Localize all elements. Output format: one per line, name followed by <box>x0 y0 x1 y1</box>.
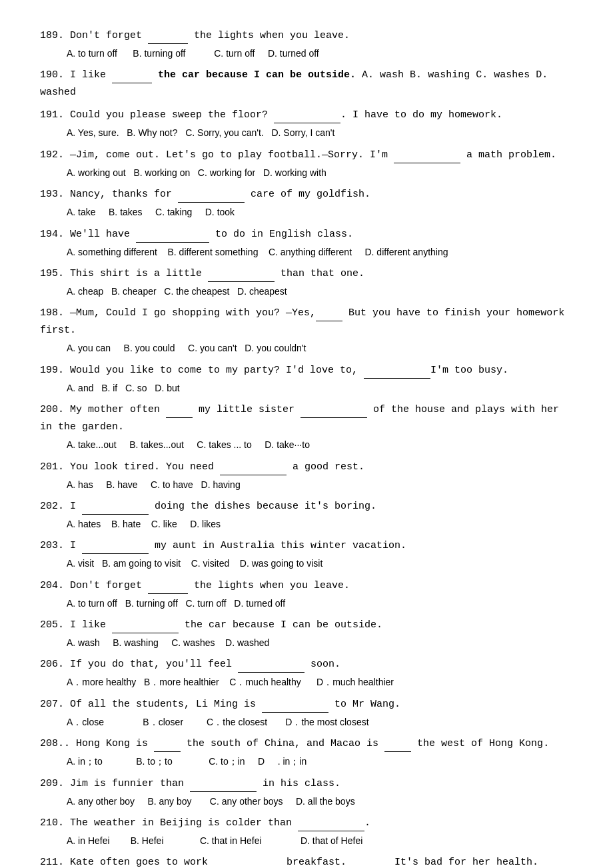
question-202-options: A. hates B. hate C. like D. likes <box>67 517 573 531</box>
exam-content: 189. Don't forget the lights when you le… <box>40 27 573 868</box>
question-211: 211. Kate often goes to work breakfast. … <box>40 853 573 868</box>
question-203: 203. I my aunt in Australia this winter … <box>40 537 573 571</box>
question-199-text: 199. Would you like to come to my party?… <box>40 361 573 379</box>
question-209-text: 209. Jim is funnier than in his class. <box>40 775 573 792</box>
question-205-options: A. wash B. washing C. washes D. washed <box>67 635 573 650</box>
question-194: 194. We'll have to do in English class. … <box>40 225 573 259</box>
question-189-text: 189. Don't forget the lights when you le… <box>40 27 573 44</box>
question-202: 202. I doing the dishes because it's bor… <box>40 497 573 531</box>
question-207: 207. Of all the students, Li Ming is to … <box>40 695 573 729</box>
question-204: 204. Don't forget the lights when you le… <box>40 577 573 611</box>
question-200-text: 200. My mother often my little sister of… <box>40 401 573 435</box>
question-199: 199. Would you like to come to my party?… <box>40 361 573 395</box>
question-192: 192. —Jim, come out. Let's go to play fo… <box>40 146 573 180</box>
question-193-options: A. take B. takes C. taking D. took <box>67 205 573 219</box>
question-200: 200. My mother often my little sister of… <box>40 401 573 452</box>
question-204-options: A. to turn off B. turning off C. turn of… <box>67 596 573 611</box>
question-206-text: 206. If you do that, you'll feel soon. <box>40 655 573 673</box>
question-193: 193. Nancy, thanks for care of my goldfi… <box>40 185 573 219</box>
question-192-text: 192. —Jim, come out. Let's go to play fo… <box>40 146 573 163</box>
question-205: 205. I like the car because I can be out… <box>40 616 573 650</box>
question-195: 195. This shirt is a little than that on… <box>40 265 573 299</box>
question-190: 190. I like the car because I can be out… <box>40 66 573 101</box>
question-203-options: A. visit B. am going to visit C. visited… <box>67 556 573 571</box>
question-210-options: A. in Hefei B. Hefei C. that in Hefei D.… <box>67 833 573 848</box>
question-205-text: 205. I like the car because I can be out… <box>40 616 573 633</box>
question-191-text: 191. Could you please sweep the floor? .… <box>40 106 573 123</box>
question-189-options: A. to turn off B. turning off C. turn of… <box>67 46 573 61</box>
question-201: 201. You look tired. You need a good res… <box>40 458 573 492</box>
question-210-text: 210. The weather in Beijing is colder th… <box>40 814 573 831</box>
question-203-text: 203. I my aunt in Australia this winter … <box>40 537 573 554</box>
question-207-options: A．close B．closer C．the closest D．the mos… <box>67 715 573 729</box>
question-209: 209. Jim is funnier than in his class. A… <box>40 775 573 809</box>
question-202-text: 202. I doing the dishes because it's bor… <box>40 497 573 515</box>
question-198-options: A. you can B. you could C. you can't D. … <box>67 341 573 355</box>
question-189: 189. Don't forget the lights when you le… <box>40 27 573 61</box>
question-200-options: A. take...out B. takes...out C. takes ..… <box>67 437 573 452</box>
question-206: 206. If you do that, you'll feel soon. A… <box>40 655 573 689</box>
question-198-text: 198. —Mum, Could I go shopping with you?… <box>40 304 573 339</box>
question-209-options: A. any other boy B. any boy C. any other… <box>67 794 573 809</box>
question-193-text: 193. Nancy, thanks for care of my goldfi… <box>40 185 573 203</box>
question-194-options: A. something different B. different some… <box>67 245 573 259</box>
question-204-text: 204. Don't forget the lights when you le… <box>40 577 573 594</box>
question-195-text: 195. This shirt is a little than that on… <box>40 265 573 282</box>
question-199-options: A. and B. if C. so D. but <box>67 381 573 395</box>
question-208-options: A. in；to B. to；to C. to；in D . in；in <box>67 754 573 769</box>
question-207-text: 207. Of all the students, Li Ming is to … <box>40 695 573 713</box>
question-194-text: 194. We'll have to do in English class. <box>40 225 573 243</box>
question-201-text: 201. You look tired. You need a good res… <box>40 458 573 475</box>
question-208-text: 208.. Hong Kong is the south of China, a… <box>40 735 573 752</box>
question-190-text: 190. I like the car because I can be out… <box>40 66 573 101</box>
question-198: 198. —Mum, Could I go shopping with you?… <box>40 304 573 355</box>
question-191-options: A. Yes, sure. B. Why not? C. Sorry, you … <box>67 125 573 140</box>
question-211-text: 211. Kate often goes to work breakfast. … <box>40 853 573 868</box>
question-208: 208.. Hong Kong is the south of China, a… <box>40 735 573 769</box>
question-210: 210. The weather in Beijing is colder th… <box>40 814 573 848</box>
question-201-options: A. has B. have C. to have D. having <box>67 477 573 492</box>
question-191: 191. Could you please sweep the floor? .… <box>40 106 573 140</box>
question-206-options: A．more healthy B．more healthier C．much h… <box>67 675 573 689</box>
question-195-options: A. cheap B. cheaper C. the cheapest D. c… <box>67 284 573 299</box>
question-192-options: A. working out B. working on C. working … <box>67 165 573 180</box>
